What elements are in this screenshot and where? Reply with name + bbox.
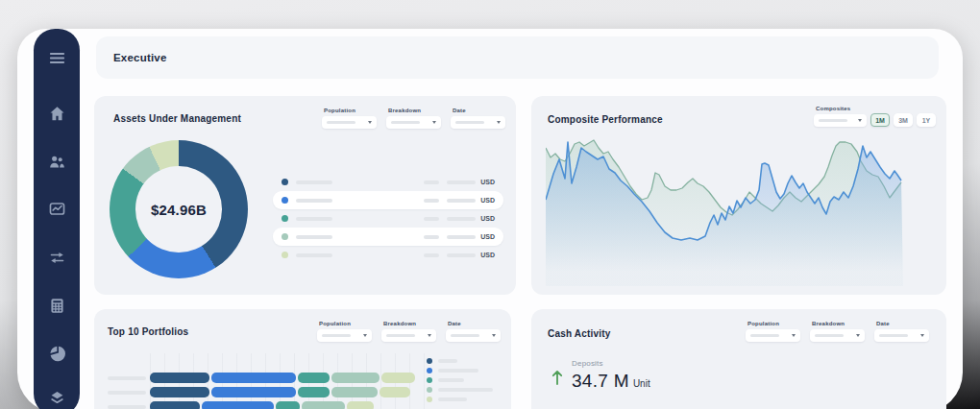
transfers-icon[interactable] xyxy=(47,248,66,267)
legend-value-placeholder xyxy=(447,199,476,203)
menu-icon[interactable] xyxy=(47,48,66,67)
bar-segment xyxy=(347,401,374,409)
date-select[interactable] xyxy=(446,329,501,342)
calculator-icon[interactable] xyxy=(47,296,66,315)
filter-group-breakdown: Breakdown xyxy=(381,321,436,342)
chevron-down-icon xyxy=(428,334,431,337)
aum-filter-bar: PopulationBreakdownDate xyxy=(322,108,505,129)
filter-label: Breakdown xyxy=(388,108,441,113)
portfolios-legend-item xyxy=(427,397,493,402)
filter-group-date: Date xyxy=(874,321,929,342)
legend-name-placeholder xyxy=(296,180,332,184)
portfolios-legend-item xyxy=(427,387,493,393)
aum-legend-row[interactable]: USD xyxy=(273,173,503,191)
portfolios-filter-bar: PopulationBreakdownDate xyxy=(317,321,501,342)
population-select[interactable] xyxy=(322,116,377,129)
composite-card-title: Composite Performance xyxy=(548,114,663,125)
legend-name-placeholder xyxy=(438,369,478,373)
population-select[interactable] xyxy=(317,329,372,342)
bar-segment xyxy=(298,387,330,397)
filter-label: Breakdown xyxy=(383,321,436,326)
range-button-3m[interactable]: 3M xyxy=(894,113,913,127)
analytics-pie-icon[interactable] xyxy=(47,344,66,363)
filter-label: Population xyxy=(747,321,800,326)
chevron-down-icon xyxy=(858,119,862,122)
filter-group-date: Date xyxy=(451,108,505,129)
filter-label: Population xyxy=(324,108,377,113)
filter-group-breakdown: Breakdown xyxy=(386,108,441,129)
aum-legend-row[interactable]: USD xyxy=(273,246,503,264)
select-placeholder xyxy=(322,334,351,337)
legend-value-placeholder xyxy=(424,235,439,239)
breakdown-select[interactable] xyxy=(381,329,436,342)
bar-segment xyxy=(302,401,345,409)
deposits-value: 34.7 M xyxy=(572,371,629,392)
page-header: Executive xyxy=(96,36,939,79)
chevron-down-icon xyxy=(432,121,436,124)
legend-dot xyxy=(282,233,288,240)
filter-label: Population xyxy=(319,321,372,326)
legend-dot xyxy=(427,358,432,364)
card-cash-activity: Cash Activity PopulationBreakdownDate De… xyxy=(531,309,946,409)
bar-segment xyxy=(331,373,380,383)
filter-group-date: Date xyxy=(446,321,501,342)
legend-dot xyxy=(427,377,432,383)
legend-dot xyxy=(427,397,432,402)
performance-icon[interactable] xyxy=(47,199,66,218)
legend-dot xyxy=(427,387,432,393)
card-composite-performance: Composite Performance Composites 1M3M1Y xyxy=(531,96,946,295)
layers-icon[interactable] xyxy=(47,388,66,407)
cash-filter-bar: PopulationBreakdownDate xyxy=(746,321,929,342)
aum-legend: USD USD USD USD USD xyxy=(273,173,503,264)
filter-label: Date xyxy=(448,321,501,326)
range-button-1y[interactable]: 1Y xyxy=(917,113,936,127)
date-select[interactable] xyxy=(874,329,929,342)
range-button-1m[interactable]: 1M xyxy=(870,113,890,127)
up-arrow-icon xyxy=(551,369,564,386)
aum-legend-row[interactable]: USD xyxy=(273,209,503,228)
bar-segment xyxy=(211,373,296,383)
portfolio-bar-row xyxy=(108,387,430,397)
home-icon[interactable] xyxy=(47,104,66,123)
select-placeholder xyxy=(815,334,844,337)
select-placeholder xyxy=(455,121,484,124)
range-button-group: 1M3M1Y xyxy=(870,113,936,127)
chevron-down-icon xyxy=(363,334,367,337)
legend-value-placeholder xyxy=(447,235,476,239)
cash-deposits-stat: Deposits 34.7 M Unit xyxy=(551,359,650,392)
bar-segment xyxy=(202,401,274,409)
portfolios-legend-item xyxy=(427,358,493,364)
filter-label: Date xyxy=(453,108,505,113)
bar-segment xyxy=(298,373,330,383)
legend-name-placeholder xyxy=(296,253,332,257)
sidebar xyxy=(34,29,80,409)
legend-name-placeholder xyxy=(438,359,457,363)
cash-card-title: Cash Activity xyxy=(548,328,611,339)
legend-name-placeholder xyxy=(296,199,332,203)
population-select[interactable] xyxy=(746,329,800,342)
aum-legend-row[interactable]: USD xyxy=(273,228,503,246)
composites-select[interactable] xyxy=(814,114,867,127)
filter-group-breakdown: Breakdown xyxy=(810,321,865,342)
bar-segment xyxy=(276,401,300,409)
chevron-down-icon xyxy=(497,121,501,124)
aum-legend-row[interactable]: USD xyxy=(273,191,503,209)
legend-name-placeholder xyxy=(438,397,467,401)
card-assets-under-management: Assets Under Management PopulationBreakd… xyxy=(94,96,516,295)
legend-value-placeholder xyxy=(424,217,439,221)
bar-segment xyxy=(150,373,209,383)
clients-icon[interactable] xyxy=(47,152,66,171)
deposits-unit: Unit xyxy=(633,378,650,389)
select-placeholder xyxy=(879,334,908,337)
bar-segment xyxy=(211,387,296,397)
legend-name-placeholder xyxy=(296,235,332,239)
filter-group-population: Population xyxy=(322,108,377,129)
filter-group-population: Population xyxy=(317,321,372,342)
portfolios-legend-item xyxy=(427,368,493,373)
chevron-down-icon xyxy=(368,121,372,124)
date-select[interactable] xyxy=(451,116,505,129)
breakdown-select[interactable] xyxy=(810,329,865,342)
breakdown-select[interactable] xyxy=(386,116,441,129)
portfolio-bar-row xyxy=(108,401,430,409)
portfolios-card-title: Top 10 Portfolios xyxy=(108,326,188,337)
